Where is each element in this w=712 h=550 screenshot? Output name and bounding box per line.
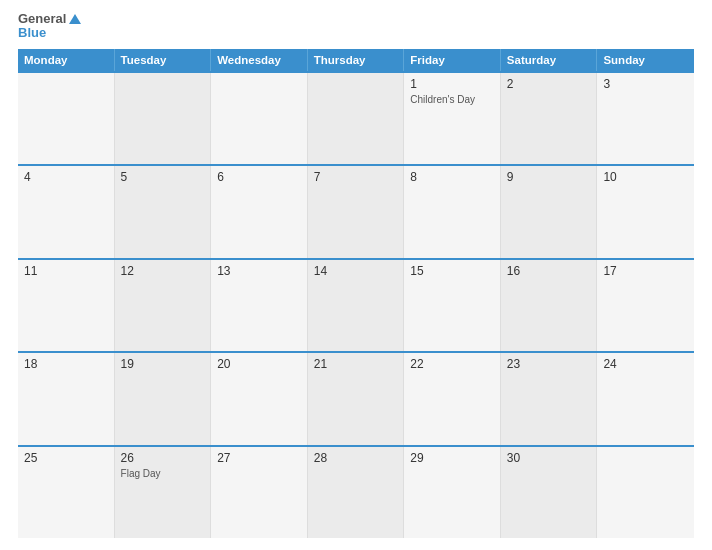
page-header: General Blue — [18, 12, 694, 41]
day-number: 26 — [121, 451, 205, 465]
calendar-cell: 12 — [115, 260, 212, 351]
day-number: 19 — [121, 357, 205, 371]
calendar-cell: 8 — [404, 166, 501, 257]
calendar-cell: 24 — [597, 353, 694, 444]
calendar-week: 18192021222324 — [18, 351, 694, 444]
calendar-cell: 19 — [115, 353, 212, 444]
calendar-week: 2526Flag Day27282930 — [18, 445, 694, 538]
calendar-cell: 25 — [18, 447, 115, 538]
calendar-cell: 30 — [501, 447, 598, 538]
day-number: 18 — [24, 357, 108, 371]
calendar-cell: 16 — [501, 260, 598, 351]
calendar-cell — [18, 73, 115, 164]
calendar-cell: 18 — [18, 353, 115, 444]
calendar-cell: 10 — [597, 166, 694, 257]
calendar-cell — [597, 447, 694, 538]
calendar-cell: 22 — [404, 353, 501, 444]
day-number: 21 — [314, 357, 398, 371]
calendar-cell: 5 — [115, 166, 212, 257]
day-number: 7 — [314, 170, 398, 184]
day-number: 8 — [410, 170, 494, 184]
day-number: 13 — [217, 264, 301, 278]
calendar-cell: 7 — [308, 166, 405, 257]
day-number: 27 — [217, 451, 301, 465]
day-number: 5 — [121, 170, 205, 184]
calendar-week: 1Children's Day23 — [18, 71, 694, 164]
day-number: 4 — [24, 170, 108, 184]
calendar-page: General Blue MondayTuesdayWednesdayThurs… — [0, 0, 712, 550]
calendar: MondayTuesdayWednesdayThursdayFridaySatu… — [18, 49, 694, 538]
calendar-cell: 23 — [501, 353, 598, 444]
calendar-header-cell: Monday — [18, 49, 115, 71]
calendar-cell — [308, 73, 405, 164]
calendar-cell: 17 — [597, 260, 694, 351]
logo-blue: Blue — [18, 26, 46, 40]
calendar-week: 45678910 — [18, 164, 694, 257]
calendar-cell: 20 — [211, 353, 308, 444]
calendar-header-cell: Friday — [404, 49, 501, 71]
calendar-cell: 14 — [308, 260, 405, 351]
calendar-cell — [211, 73, 308, 164]
day-number: 1 — [410, 77, 494, 91]
day-event: Children's Day — [410, 94, 494, 105]
logo: General Blue — [18, 12, 81, 41]
calendar-cell: 13 — [211, 260, 308, 351]
day-number: 20 — [217, 357, 301, 371]
calendar-cell: 28 — [308, 447, 405, 538]
day-number: 17 — [603, 264, 688, 278]
calendar-cell: 3 — [597, 73, 694, 164]
calendar-cell: 15 — [404, 260, 501, 351]
day-number: 11 — [24, 264, 108, 278]
calendar-cell — [115, 73, 212, 164]
day-number: 6 — [217, 170, 301, 184]
day-number: 12 — [121, 264, 205, 278]
day-number: 14 — [314, 264, 398, 278]
day-number: 9 — [507, 170, 591, 184]
calendar-cell: 2 — [501, 73, 598, 164]
day-number: 29 — [410, 451, 494, 465]
day-number: 16 — [507, 264, 591, 278]
calendar-header: MondayTuesdayWednesdayThursdayFridaySatu… — [18, 49, 694, 71]
calendar-cell: 1Children's Day — [404, 73, 501, 164]
calendar-header-cell: Wednesday — [211, 49, 308, 71]
calendar-cell: 4 — [18, 166, 115, 257]
logo-general: General — [18, 12, 66, 26]
calendar-header-cell: Sunday — [597, 49, 694, 71]
day-number: 23 — [507, 357, 591, 371]
day-number: 30 — [507, 451, 591, 465]
day-number: 28 — [314, 451, 398, 465]
day-number: 3 — [603, 77, 688, 91]
calendar-week: 11121314151617 — [18, 258, 694, 351]
day-number: 2 — [507, 77, 591, 91]
calendar-header-cell: Tuesday — [115, 49, 212, 71]
day-number: 24 — [603, 357, 688, 371]
day-event: Flag Day — [121, 468, 205, 479]
calendar-body: 1Children's Day2345678910111213141516171… — [18, 71, 694, 538]
day-number: 22 — [410, 357, 494, 371]
calendar-cell: 29 — [404, 447, 501, 538]
calendar-header-cell: Saturday — [501, 49, 598, 71]
calendar-cell: 26Flag Day — [115, 447, 212, 538]
day-number: 25 — [24, 451, 108, 465]
calendar-cell: 6 — [211, 166, 308, 257]
calendar-cell: 11 — [18, 260, 115, 351]
day-number: 10 — [603, 170, 688, 184]
calendar-cell: 27 — [211, 447, 308, 538]
calendar-cell: 21 — [308, 353, 405, 444]
day-number: 15 — [410, 264, 494, 278]
calendar-cell: 9 — [501, 166, 598, 257]
calendar-header-cell: Thursday — [308, 49, 405, 71]
